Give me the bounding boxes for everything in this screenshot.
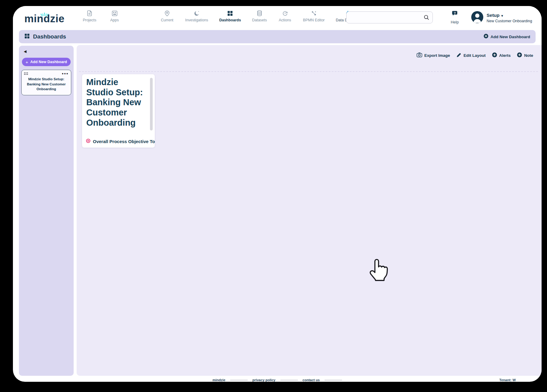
widget-scrollbar[interactable] [150,78,153,130]
dashboard-sidebar: ◀ + Add New Dashboard ●●● Mindzie Studio… [19,46,74,376]
top-nav: mindzie Projects [13,6,542,30]
search-box [346,11,433,23]
help-label: Help [445,20,464,24]
export-image-label: Export Image [424,53,450,58]
widget-objective-text: Overall Process Objective To [93,139,155,144]
mindzie-logo[interactable]: mindzie [24,13,65,25]
footer-divider [230,380,248,380]
nav-item-apps[interactable]: Apps [108,10,121,22]
dashboard-canvas: Export Image Edit Layout [77,45,542,376]
nav-label: Apps [110,18,119,22]
nav-label: Current [161,18,173,22]
location-pin-icon [164,10,170,17]
nav-label: Investigations [185,18,208,22]
help-bubble-icon: ? [451,13,458,18]
add-new-dashboard-label: Add New Dashboard [490,35,530,39]
dashboard-grid-icon [227,10,233,17]
plus-icon: + [26,60,28,65]
nav-item-projects[interactable]: Projects [83,10,96,22]
nav-item-dashboards[interactable]: Dashboards [219,10,241,22]
nav-item-datasets[interactable]: Datasets [252,10,267,22]
footer-link-contact-us[interactable]: contact us [303,378,320,382]
apps-icon [112,10,118,17]
footer-link-mindzie[interactable]: mindzie [212,378,225,382]
sync-icon [282,10,288,17]
nav-item-current[interactable]: Current [160,10,174,22]
footer: mindzie privacy policy contact us [13,376,542,382]
moon-icon [194,10,200,17]
nav-label: Actions [279,18,291,22]
user-menu[interactable]: Setup▾ New Customer Onboarding [471,11,532,25]
nav-label: Projects [83,18,96,22]
user-workspace: New Customer Onboarding [487,19,532,23]
note-label: Note [524,53,533,58]
crown-spark-icon [40,9,49,21]
sidebar-add-dashboard-label: Add New Dashboard [30,60,67,64]
target-icon [86,138,91,145]
sidebar-dashboard-title: Mindzie Studio Setup: Banking New Custom… [24,77,69,92]
plus-circle-icon [517,52,522,58]
drag-handle-icon[interactable] [24,72,28,75]
edit-layout-label: Edit Layout [463,53,486,58]
dashboard-widget-card[interactable]: Mindzie Studio Setup: Banking New Custom… [82,74,155,148]
add-new-dashboard-button[interactable]: Add New Dashboard [484,34,536,40]
sidebar-add-dashboard-button[interactable]: + Add New Dashboard [22,58,71,66]
user-name: Setup [487,13,500,18]
camera-icon [417,52,422,58]
note-button[interactable]: Note [517,52,533,58]
app-window: mindzie Projects [13,6,542,382]
nav-item-investigations[interactable]: Investigations [185,10,208,22]
nav-label: Datasets [252,18,267,22]
alerts-button[interactable]: Alerts [492,52,511,58]
more-options-icon[interactable]: ●●● [62,73,69,75]
search-icon[interactable] [423,14,429,22]
dashboards-grid-icon [24,33,30,40]
nav-label: BPMN Editor [303,18,325,22]
nav-item-bpmn-editor[interactable]: BPMN Editor [303,10,325,22]
layout-row-divider [79,71,538,72]
tenant-label: Tenant: W [499,378,516,382]
alerts-label: Alerts [499,53,511,58]
nav-label: Dashboards [219,18,241,22]
pencil-icon [456,52,461,58]
page-title: Dashboards [33,33,66,40]
widget-title: Mindzie Studio Setup: Banking New Custom… [86,77,143,128]
sidebar-dashboard-item[interactable]: ●●● Mindzie Studio Setup: Banking New Cu… [21,70,71,95]
page-bar: Dashboards Add New Dashboard [19,30,536,43]
flow-icon [311,10,317,17]
plus-circle-icon [484,34,488,40]
collapse-sidebar-icon[interactable]: ◀ [24,49,26,54]
avatar [471,11,484,25]
database-icon [257,10,262,17]
dashboard-toolbar: Export Image Edit Layout [417,52,533,58]
edit-layout-button[interactable]: Edit Layout [456,52,486,58]
footer-divider [325,380,342,380]
help-button[interactable]: ? Help [445,10,464,24]
document-icon [87,10,92,17]
export-image-button[interactable]: Export Image [417,52,450,58]
plus-circle-icon [492,52,497,58]
svg-text:?: ? [454,11,456,15]
chevron-down-icon: ▾ [501,14,503,17]
search-input[interactable] [350,12,422,23]
footer-divider [280,380,298,380]
nav-item-actions[interactable]: Actions [278,10,292,22]
main-nav: Projects Apps [83,10,360,22]
footer-link-privacy-policy[interactable]: privacy policy [252,378,276,382]
